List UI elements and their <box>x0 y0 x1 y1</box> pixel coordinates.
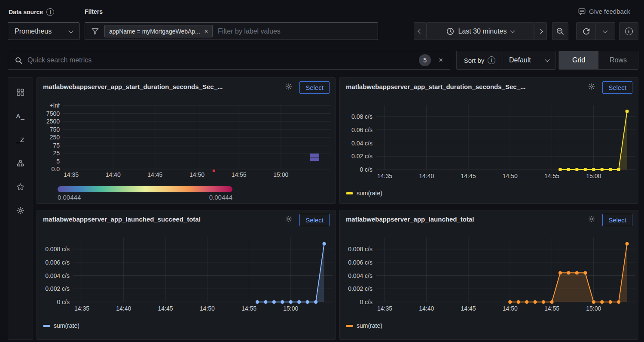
refresh-icon <box>582 27 590 35</box>
svg-text:0.008 c/s: 0.008 c/s <box>45 246 70 253</box>
panel-settings-icon[interactable] <box>588 83 596 91</box>
time-shift-back-button[interactable] <box>414 22 427 40</box>
settings-icon[interactable] <box>16 206 25 215</box>
panel-title: matlabwebappserver_app_start_duration_se… <box>43 83 223 90</box>
line-chart-canvas[interactable]: 0 c/s0.02 c/s0.04 c/s0.06 c/s0.08 c/s14:… <box>340 78 639 204</box>
time-shift-forward-button[interactable] <box>534 22 547 40</box>
datasource-value: Prometheus <box>15 28 52 35</box>
clear-search-icon[interactable]: × <box>436 56 443 65</box>
svg-text:14:45: 14:45 <box>461 305 476 312</box>
svg-text:7500: 7500 <box>46 110 60 117</box>
sort-by-label-box: Sort by i <box>457 51 503 69</box>
metric-panel: 0 c/s0.002 c/s0.004 c/s0.006 c/s0.008 c/… <box>37 210 336 340</box>
panel-settings-icon[interactable] <box>285 215 293 224</box>
filters-label: Filters <box>85 8 103 15</box>
svg-text:0.002 c/s: 0.002 c/s <box>45 285 70 292</box>
result-count-badge: 5 <box>419 54 431 66</box>
svg-text:0.00444: 0.00444 <box>58 194 81 201</box>
svg-text:0.006 c/s: 0.006 c/s <box>45 259 70 266</box>
datasource-picker[interactable]: Prometheus <box>8 22 79 40</box>
svg-text:+Inf: +Inf <box>49 102 60 109</box>
svg-text:14:50: 14:50 <box>503 305 518 312</box>
svg-text:14:50: 14:50 <box>200 305 215 312</box>
filters-label-text: Filters <box>85 8 103 15</box>
time-range-picker[interactable]: Last 30 minutes <box>427 22 534 40</box>
clock-icon <box>446 28 454 35</box>
svg-text:14:40: 14:40 <box>106 171 121 178</box>
help-info-button[interactable]: i <box>619 22 638 40</box>
info-icon[interactable]: i <box>46 8 54 16</box>
sort-za-icon[interactable]: _Z <box>16 135 25 144</box>
svg-text:75: 75 <box>53 142 60 149</box>
svg-text:0.002 c/s: 0.002 c/s <box>348 285 372 292</box>
sort-control: Sort by i Default <box>456 51 555 70</box>
info-icon: i <box>625 28 633 35</box>
svg-text:sum(rate): sum(rate) <box>357 322 382 329</box>
comment-icon <box>578 7 586 15</box>
svg-text:0 c/s: 0 c/s <box>57 299 70 305</box>
chevron-down-icon <box>603 28 607 33</box>
chevron-left-icon <box>418 29 422 34</box>
svg-text:0.00444: 0.00444 <box>209 194 232 201</box>
view-rows-button[interactable]: Rows <box>598 51 638 69</box>
svg-text:0.008 c/s: 0.008 c/s <box>348 246 372 253</box>
svg-text:0 c/s: 0 c/s <box>360 166 372 173</box>
svg-text:0.0: 0.0 <box>52 166 60 173</box>
panel-settings-icon[interactable] <box>285 83 293 91</box>
chevron-down-icon <box>68 28 73 33</box>
heatmap-chart-canvas[interactable]: +Inf75002500750250752550.014:3514:4014:4… <box>37 78 336 204</box>
search-input[interactable]: Quick search metrics <box>27 56 414 64</box>
svg-text:15:00: 15:00 <box>586 173 601 179</box>
quick-search-bar[interactable]: Quick search metrics 5 × <box>8 51 450 70</box>
refresh-button[interactable] <box>576 22 596 40</box>
svg-text:750: 750 <box>50 126 60 133</box>
svg-text:14:40: 14:40 <box>419 173 434 179</box>
svg-text:15:00: 15:00 <box>283 305 298 312</box>
chevron-down-icon <box>510 28 515 33</box>
svg-text:14:55: 14:55 <box>544 305 559 312</box>
filter-values-input[interactable]: Filter by label values <box>218 28 281 35</box>
select-button[interactable]: Select <box>602 214 632 226</box>
view-grid-button[interactable]: Grid <box>559 51 598 69</box>
related-metrics-icon[interactable] <box>16 158 25 168</box>
filter-chip-label: appName = myMortgageWebAp... <box>109 28 200 35</box>
sort-az-icon[interactable]: A_ <box>16 111 25 120</box>
info-icon[interactable]: i <box>488 56 495 64</box>
svg-text:14:45: 14:45 <box>158 305 173 312</box>
give-feedback-button[interactable]: Give feedback <box>578 7 630 15</box>
svg-text:sum(rate): sum(rate) <box>54 322 79 329</box>
svg-text:0.006 c/s: 0.006 c/s <box>348 259 372 266</box>
line-chart-canvas[interactable]: 0 c/s0.002 c/s0.004 c/s0.006 c/s0.008 c/… <box>37 210 336 340</box>
panel-title: matlabwebappserver_app_launched_succeed_… <box>43 216 201 223</box>
svg-text:250: 250 <box>50 134 60 141</box>
sort-value: Default <box>509 56 531 64</box>
svg-text:0.004 c/s: 0.004 c/s <box>348 272 372 279</box>
svg-text:0.02 c/s: 0.02 c/s <box>351 153 372 160</box>
refresh-interval-dropdown[interactable] <box>596 22 615 40</box>
svg-text:14:35: 14:35 <box>74 305 89 312</box>
select-button[interactable]: Select <box>299 81 330 94</box>
zoom-out-time-button[interactable] <box>552 22 568 40</box>
time-range-label: Last 30 minutes <box>458 28 507 35</box>
metrics-sidebar: A_ _Z <box>8 77 33 340</box>
star-icon[interactable] <box>16 182 25 191</box>
line-chart-canvas[interactable]: 0 c/s0.002 c/s0.004 c/s0.006 c/s0.008 c/… <box>340 210 639 340</box>
filter-chip[interactable]: appName = myMortgageWebAp... × <box>104 25 213 37</box>
filters-bar[interactable]: appName = myMortgageWebAp... × Filter by… <box>85 22 378 40</box>
panel-settings-icon[interactable] <box>588 215 596 224</box>
svg-text:0.08 c/s: 0.08 c/s <box>351 113 372 120</box>
select-button[interactable]: Select <box>602 81 632 94</box>
svg-text:14:40: 14:40 <box>116 305 131 312</box>
metric-panel: 0 c/s0.02 c/s0.04 c/s0.06 c/s0.08 c/s14:… <box>339 77 638 204</box>
metric-panel: +Inf75002500750250752550.014:3514:4014:4… <box>37 77 336 204</box>
give-feedback-label: Give feedback <box>589 8 630 15</box>
select-button[interactable]: Select <box>299 214 330 226</box>
sort-by-label: Sort by <box>464 57 485 64</box>
zoom-out-icon <box>556 27 565 36</box>
filter-funnel-icon <box>91 27 99 35</box>
apps-icon[interactable] <box>16 87 25 97</box>
sort-value-dropdown[interactable]: Default <box>503 51 555 69</box>
svg-text:0.004 c/s: 0.004 c/s <box>45 272 70 279</box>
remove-filter-icon[interactable]: × <box>204 28 208 35</box>
svg-text:15:00: 15:00 <box>586 305 601 312</box>
